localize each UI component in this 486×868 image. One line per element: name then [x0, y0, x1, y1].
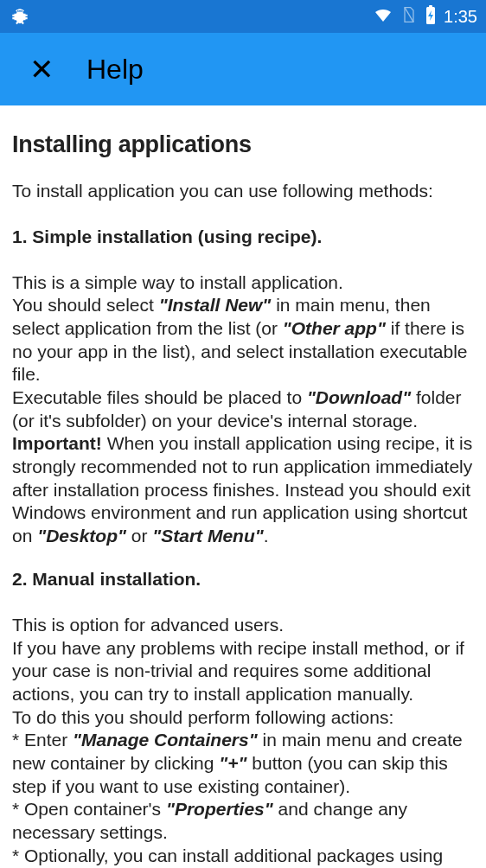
close-icon[interactable]: ✕ [29, 52, 54, 86]
text: or [126, 526, 152, 546]
text: You should select [12, 295, 159, 315]
battery-icon [425, 4, 437, 29]
manage-containers-label: "Manage Containers" [73, 730, 258, 750]
s2-b3: * Optionally, you can install additional… [12, 845, 474, 868]
app-bar: ✕ Help [0, 33, 486, 105]
important-label: Important! [12, 433, 102, 453]
other-app-label: "Other app" [283, 318, 386, 338]
install-new-label: "Install New" [159, 295, 272, 315]
s2-b2: * Open container's "Properties" and chan… [12, 798, 474, 844]
download-label: "Download" [307, 387, 411, 407]
wifi-icon [373, 4, 393, 29]
clock-text: 1:35 [444, 7, 477, 27]
status-bar: 1:35 [0, 0, 486, 33]
sim-icon [400, 6, 418, 28]
plus-button-label: "+" [219, 753, 246, 773]
s1-p3: Executable files should be placed to "Do… [12, 386, 474, 432]
help-content: Installing applications To install appli… [0, 105, 486, 868]
s1-p2: You should select "Install New" in main … [12, 294, 474, 386]
section2-heading: 2. Manual installation. [12, 568, 474, 591]
s2-b1: * Enter "Manage Containers" in main menu… [12, 729, 474, 798]
s1-p1: This is a simple way to install applicat… [12, 271, 474, 295]
properties-label: "Properties" [166, 799, 273, 819]
text: * Optionally, you can install additional… [12, 846, 443, 868]
text: * Enter [12, 730, 73, 750]
section2-body: This is option for advanced users. If yo… [12, 614, 474, 868]
section1-heading: 1. Simple installation (using recipe). [12, 226, 474, 249]
page-title: Installing applications [12, 130, 474, 159]
text: . [264, 526, 269, 546]
text: Executable files should be placed to [12, 387, 307, 407]
start-menu-label: "Start Menu" [152, 526, 263, 546]
page-title-bar: Help [86, 54, 144, 86]
section1-body: This is a simple way to install applicat… [12, 271, 474, 548]
s1-p4: Important! When you install application … [12, 432, 474, 547]
text: * Open container's [12, 799, 166, 819]
intro-text: To install application you can use follo… [12, 180, 474, 203]
status-left [9, 5, 31, 28]
s2-p1: This is option for advanced users. [12, 614, 474, 637]
desktop-label: "Desktop" [37, 526, 126, 546]
svg-rect-2 [429, 5, 432, 8]
s2-p3: To do this you should perform following … [12, 706, 474, 730]
s2-p2: If you have any problems with recipe ins… [12, 637, 474, 706]
bug-icon [9, 5, 31, 28]
status-right: 1:35 [373, 4, 477, 29]
